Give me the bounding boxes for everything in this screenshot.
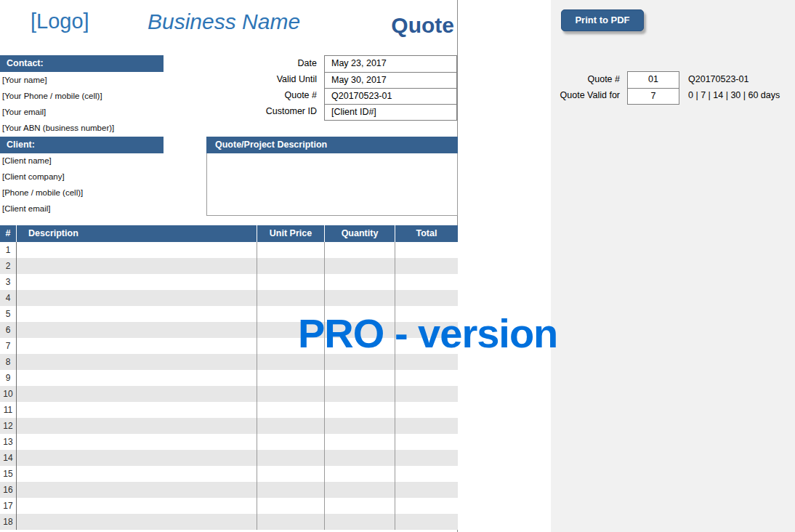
cell-description[interactable] (16, 290, 257, 306)
table-row: 18 (0, 514, 458, 530)
quote-number-input[interactable]: 01 (628, 72, 679, 88)
business-name[interactable]: Business Name (148, 9, 300, 34)
cell-quantity[interactable] (324, 258, 395, 274)
cell-description[interactable] (16, 322, 257, 338)
cell-total[interactable] (395, 498, 458, 514)
cell-unit-price[interactable] (257, 514, 324, 530)
quote-valid-hint: 0 | 7 | 14 | 30 | 60 days (688, 87, 794, 103)
quote-info-values: May 23, 2017 May 30, 2017 Q20170523-01 [… (324, 55, 457, 121)
cell-description[interactable] (16, 482, 257, 498)
client-item-field[interactable]: [Client name] (2, 153, 191, 169)
cell-quantity[interactable] (324, 370, 395, 386)
cell-description[interactable] (16, 386, 257, 402)
date-field[interactable]: May 23, 2017 (325, 56, 456, 72)
quote-valid-input[interactable]: 7 (628, 88, 679, 104)
cell-quantity[interactable] (324, 434, 395, 450)
column-header-number: # (0, 225, 16, 242)
cell-quantity[interactable] (324, 418, 395, 434)
cell-description[interactable] (16, 338, 257, 354)
row-number: 18 (0, 514, 16, 530)
cell-description[interactable] (16, 434, 257, 450)
contact-item-field[interactable]: [Your name] (2, 72, 191, 88)
cell-unit-price[interactable] (257, 274, 324, 290)
cell-total[interactable] (395, 242, 458, 258)
cell-description[interactable] (16, 242, 257, 258)
table-row: 16 (0, 482, 458, 498)
cell-unit-price[interactable] (257, 386, 324, 402)
cell-unit-price[interactable] (257, 418, 324, 434)
contact-section-header: Contact: (0, 55, 164, 72)
cell-total[interactable] (395, 418, 458, 434)
client-item-field[interactable]: [Client email] (2, 201, 191, 217)
quote-number-field[interactable]: Q20170523-01 (325, 88, 456, 104)
contact-item-field[interactable]: [Your email] (2, 104, 191, 120)
description-field[interactable] (206, 153, 458, 216)
column-header-quantity: Quantity (324, 225, 395, 242)
logo-placeholder[interactable]: [Logo] (31, 9, 89, 33)
cell-description[interactable] (16, 498, 257, 514)
cell-unit-price[interactable] (257, 466, 324, 482)
cell-total[interactable] (395, 482, 458, 498)
row-number: 4 (0, 290, 16, 306)
cell-total[interactable] (395, 450, 458, 466)
quote-number-label: Quote # (233, 87, 317, 103)
cell-unit-price[interactable] (257, 482, 324, 498)
cell-quantity[interactable] (324, 386, 395, 402)
cell-quantity[interactable] (324, 498, 395, 514)
cell-quantity[interactable] (324, 514, 395, 530)
cell-description[interactable] (16, 450, 257, 466)
cell-unit-price[interactable] (257, 402, 324, 418)
side-quote-valid-label: Quote Valid for (552, 87, 620, 103)
cell-unit-price[interactable] (257, 290, 324, 306)
row-number: 15 (0, 466, 16, 482)
row-number: 2 (0, 258, 16, 274)
cell-description[interactable] (16, 354, 257, 370)
client-item-field[interactable]: [Phone / mobile (cell)] (2, 185, 191, 201)
cell-quantity[interactable] (324, 482, 395, 498)
cell-description[interactable] (16, 402, 257, 418)
row-number: 3 (0, 274, 16, 290)
cell-total[interactable] (395, 386, 458, 402)
cell-quantity[interactable] (324, 274, 395, 290)
cell-total[interactable] (395, 274, 458, 290)
date-label: Date (233, 55, 317, 71)
cell-total[interactable] (395, 514, 458, 530)
cell-quantity[interactable] (324, 402, 395, 418)
cell-quantity[interactable] (324, 242, 395, 258)
contact-items: [Your name][Your Phone / mobile (cell)][… (2, 72, 191, 136)
row-number: 11 (0, 402, 16, 418)
cell-total[interactable] (395, 370, 458, 386)
cell-unit-price[interactable] (257, 258, 324, 274)
cell-total[interactable] (395, 402, 458, 418)
client-item-field[interactable]: [Client company] (2, 169, 191, 185)
quote-number-hint: Q20170523-01 (688, 71, 794, 87)
cell-quantity[interactable] (324, 466, 395, 482)
print-to-pdf-button[interactable]: Print to PDF (561, 9, 644, 31)
cell-description[interactable] (16, 466, 257, 482)
cell-description[interactable] (16, 514, 257, 530)
cell-description[interactable] (16, 258, 257, 274)
cell-description[interactable] (16, 418, 257, 434)
cell-quantity[interactable] (324, 450, 395, 466)
cell-description[interactable] (16, 274, 257, 290)
cell-unit-price[interactable] (257, 450, 324, 466)
row-number: 7 (0, 338, 16, 354)
table-row: 4 (0, 290, 458, 306)
cell-total[interactable] (395, 434, 458, 450)
cell-total[interactable] (395, 466, 458, 482)
cell-total[interactable] (395, 258, 458, 274)
cell-unit-price[interactable] (257, 242, 324, 258)
cell-description[interactable] (16, 370, 257, 386)
contact-item-field[interactable]: [Your ABN (business number)] (2, 120, 191, 136)
row-number: 13 (0, 434, 16, 450)
valid-until-field[interactable]: May 30, 2017 (325, 72, 456, 88)
cell-quantity[interactable] (324, 290, 395, 306)
cell-total[interactable] (395, 290, 458, 306)
cell-unit-price[interactable] (257, 370, 324, 386)
cell-description[interactable] (16, 306, 257, 322)
customer-id-field[interactable]: [Client ID#] (325, 104, 456, 120)
table-row: 14 (0, 450, 458, 466)
cell-unit-price[interactable] (257, 498, 324, 514)
cell-unit-price[interactable] (257, 434, 324, 450)
contact-item-field[interactable]: [Your Phone / mobile (cell)] (2, 88, 191, 104)
